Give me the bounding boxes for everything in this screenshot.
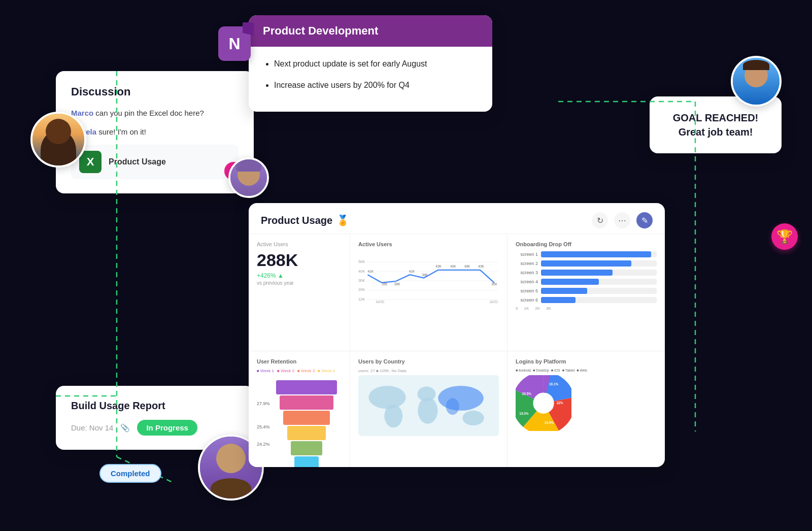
svg-text:30K: 30K xyxy=(358,278,365,283)
svg-text:35K: 35K xyxy=(382,282,388,286)
svg-text:22%: 22% xyxy=(557,401,563,405)
svg-text:12K: 12K xyxy=(358,297,365,302)
avatar-woman-dark xyxy=(30,112,86,168)
product-dev-bullet-1: Next product update is set for early Aug… xyxy=(274,58,478,70)
funnel-panel: User Retention ■ Week 1 ■ Week 2 ■ Week … xyxy=(249,351,350,467)
svg-text:43K: 43K xyxy=(464,264,470,268)
more-button[interactable]: ⋯ xyxy=(614,212,630,228)
due-row: Due: Nov 14 📎 In Progress xyxy=(71,420,239,436)
funnel-layers xyxy=(276,380,337,467)
product-dev-header: Product Development xyxy=(249,15,492,47)
svg-text:40K: 40K xyxy=(358,269,365,274)
pie-svg: 18.1% 22% 19.9% 19.3% 20.5% xyxy=(516,375,571,431)
svg-text:18.1%: 18.1% xyxy=(549,382,558,386)
file-attachment[interactable]: X Product Usage xyxy=(71,145,239,179)
kpi-value: 288K xyxy=(257,250,342,270)
attachment-icon: 📎 xyxy=(120,423,130,433)
svg-text:Jul'20: Jul'20 xyxy=(376,300,384,304)
svg-text:41K: 41K xyxy=(367,270,374,273)
trophy-badge: 🏆 xyxy=(771,223,798,250)
discussion-card: Discussion Marco can you pin the Excel d… xyxy=(56,71,254,193)
funnel-legend: ■ Week 1 ■ Week 2 ■ Week 3 ■ Week 4 xyxy=(257,369,342,373)
svg-text:35K: 35K xyxy=(491,282,497,286)
svg-text:50K: 50K xyxy=(358,259,365,264)
build-card-title: Build Usage Report xyxy=(71,400,239,412)
pie-chart: 18.1% 22% 19.9% 19.3% 20.5% xyxy=(516,375,657,431)
kpi-label: Active Users xyxy=(257,241,342,247)
dashboard-card: Product Usage 🏅 ↻ ⋯ ✎ Active Users 288K … xyxy=(249,203,665,467)
dashboard-controls: ↻ ⋯ ✎ xyxy=(592,212,653,228)
due-date: Due: Nov 14 xyxy=(71,423,113,432)
svg-point-34 xyxy=(462,411,484,425)
svg-text:Jul'21: Jul'21 xyxy=(490,300,498,304)
kpi-change: +426% ▲ vs previous year xyxy=(257,272,342,286)
product-dev-bullet-2: Increase active users by 200% for Q4 xyxy=(274,79,478,91)
map-svg xyxy=(358,375,499,436)
line-chart-panel: Active Users 50K 40K 30K 20K 12K xyxy=(350,234,507,351)
bar-row-3: screen 3 xyxy=(516,270,657,276)
product-dev-body: Next product update is set for early Aug… xyxy=(249,47,492,112)
svg-text:19.9%: 19.9% xyxy=(545,421,554,424)
svg-text:36K: 36K xyxy=(394,282,400,286)
svg-text:20K: 20K xyxy=(358,287,365,292)
product-dev-title: Product Development xyxy=(263,24,478,38)
bar-row-2: screen 2 xyxy=(516,260,657,267)
svg-text:19.3%: 19.3% xyxy=(519,412,528,415)
pie-legend: ■ Android ■ Desktop ■ iOS ■ Tablet ■ Web xyxy=(516,369,657,372)
dashboard-title: Product Usage 🏅 xyxy=(261,214,349,226)
bar-row-5: screen 5 xyxy=(516,288,657,294)
username-marco: Marco xyxy=(71,109,93,117)
svg-text:43K: 43K xyxy=(478,264,484,268)
bar-row-6: screen 6 xyxy=(516,297,657,303)
bar-row-4: screen 4 xyxy=(516,279,657,285)
map-panel: Users by Country users: 27 ■ 105K, No Da… xyxy=(350,351,507,467)
bar-row-1: screen 1 xyxy=(516,251,657,257)
svg-point-28 xyxy=(368,386,405,409)
onboarding-bars: screen 1 screen 2 screen 3 screen 4 xyxy=(516,251,657,303)
dashboard-header: Product Usage 🏅 ↻ ⋯ ✎ xyxy=(249,203,665,234)
in-progress-badge: In Progress xyxy=(137,420,197,436)
product-dev-card: Product Development Next product update … xyxy=(249,15,492,112)
discussion-title: Discussion xyxy=(71,85,239,98)
svg-point-29 xyxy=(384,405,402,428)
onboarding-panel: Onboarding Drop Off screen 1 screen 2 sc… xyxy=(507,234,665,351)
line-chart-svg: 50K 40K 30K 20K 12K 41K 35K xyxy=(358,251,499,312)
edit-button[interactable]: ✎ xyxy=(636,212,653,228)
refresh-button[interactable]: ↻ xyxy=(592,212,608,228)
dashboard-body: Active Users 288K +426% ▲ vs previous ye… xyxy=(249,234,665,467)
svg-text:43K: 43K xyxy=(450,264,456,268)
world-map xyxy=(358,375,499,436)
avatar-man-beanie xyxy=(228,157,269,198)
chat-message-2: Angela sure! I'm on it! xyxy=(71,126,239,138)
award-icon: 🏅 xyxy=(336,214,349,226)
svg-point-33 xyxy=(446,398,459,415)
funnel-chart: 27.9% 25.4% 24.2% xyxy=(257,377,342,467)
svg-text:38K: 38K xyxy=(422,273,428,277)
file-name: Product Usage xyxy=(109,157,166,167)
scene: N Discussion Marco can you pin the Excel… xyxy=(0,0,812,531)
avatar-woman-blue xyxy=(731,56,782,107)
kpi-panel: Active Users 288K +426% ▲ vs previous ye… xyxy=(249,234,350,351)
svg-text:20.5%: 20.5% xyxy=(522,392,531,395)
goal-text: GOAL REACHED! Great job team! xyxy=(662,111,769,139)
onboarding-axis: 0 1K 2K 3K xyxy=(516,306,657,311)
notion-icon: N xyxy=(218,26,251,61)
svg-text:43K: 43K xyxy=(435,264,442,268)
completed-badge: Completed xyxy=(99,464,161,483)
svg-text:41K: 41K xyxy=(409,270,415,273)
excel-icon: X xyxy=(79,151,101,173)
svg-point-32 xyxy=(438,386,484,411)
svg-point-31 xyxy=(418,397,437,424)
pie-panel: Logins by Platform ■ Android ■ Desktop ■… xyxy=(507,351,665,467)
chat-message-1: Marco can you pin the Excel doc here? xyxy=(71,108,239,119)
